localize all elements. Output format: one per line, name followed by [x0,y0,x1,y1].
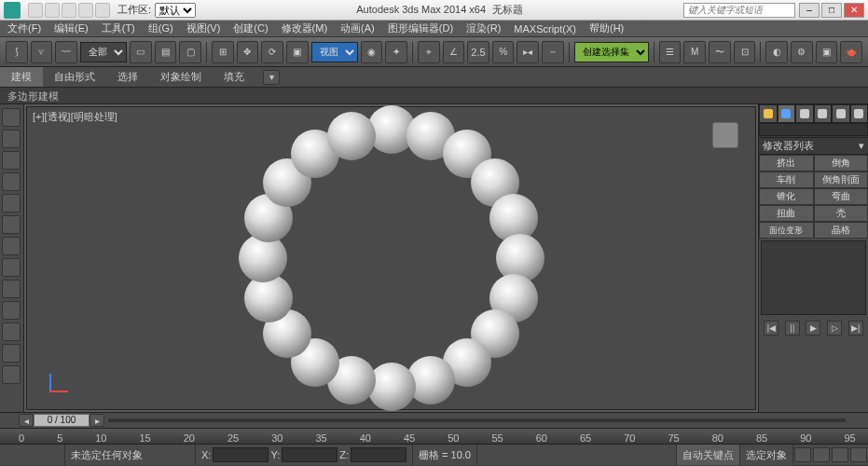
lt-grid-icon[interactable] [2,151,21,170]
lt-tool12-icon[interactable] [2,344,21,363]
mod-taper-button[interactable]: 锥化 [759,188,814,205]
material-editor-icon[interactable]: ◐ [765,41,788,63]
mod-lattice-button[interactable]: 晶格 [814,222,869,239]
lt-tool4-icon[interactable] [2,172,21,191]
tab-motion-icon[interactable] [814,104,833,123]
app-icon[interactable] [4,2,21,19]
coord-z-input[interactable] [351,447,406,462]
manipulate-icon[interactable]: ✦ [385,41,407,63]
tab-create-icon[interactable] [759,104,778,123]
timeslider-right-icon[interactable]: ▸ [90,414,104,427]
time-slider-handle[interactable]: 0 / 100 [34,414,90,427]
graph-icon[interactable]: M [683,41,706,63]
time-slider-track[interactable] [108,418,846,422]
angle-snap-icon[interactable]: ∠ [443,41,465,63]
play-play-button[interactable]: ▶ [806,321,820,336]
coord-x-input[interactable] [213,447,269,462]
lt-tool10-icon[interactable] [2,301,21,320]
rotate-icon[interactable]: ⟳ [261,41,283,63]
viewcube-icon[interactable] [712,122,738,148]
lt-brush-icon[interactable] [2,130,21,148]
refcoord-dropdown[interactable]: 视图 [311,42,358,62]
ribbon-tab-freeform[interactable]: 自由形式 [43,67,106,87]
time-slider[interactable]: ◂ 0 / 100 ▸ [0,413,868,428]
tab-modify-icon[interactable] [778,104,796,123]
menu-views[interactable]: 视图(V) [186,21,221,35]
ribbon-tab-objpaint[interactable]: 对象绘制 [149,67,213,87]
ribbon-tab-populate[interactable]: 填充 [213,67,255,87]
nav-btn2-icon[interactable] [813,447,830,462]
mod-bevel-button[interactable]: 倒角 [814,155,869,171]
viewport-label[interactable]: [+][透视][明暗处理] [33,110,117,124]
workspace-dropdown[interactable]: 默认 [155,3,196,18]
bead-sphere[interactable] [327,112,376,160]
play-end-button[interactable]: ▶| [848,321,863,336]
maximize-button[interactable]: □ [821,3,842,18]
undo-icon[interactable] [78,3,93,18]
close-button[interactable]: ✕ [844,3,864,18]
coord-y-input[interactable] [282,447,338,462]
ribbon-tab-modeling[interactable]: 建模 [0,67,43,87]
curve-editor-icon[interactable]: 〜 [709,41,731,63]
menu-group[interactable]: 组(G) [148,21,173,35]
nav-btn3-icon[interactable] [832,447,848,462]
pivot-icon[interactable]: ◉ [361,41,383,63]
menu-modifiers[interactable]: 修改器(M) [282,21,328,35]
open-icon[interactable] [45,3,60,18]
lt-tool13-icon[interactable] [2,365,21,384]
lt-tool9-icon[interactable] [2,280,21,298]
mod-bend-button[interactable]: 弯曲 [814,188,869,205]
menu-tools[interactable]: 工具(T) [102,21,135,35]
selection-filter-dropdown[interactable]: 全部 [80,42,127,62]
tab-utilities-icon[interactable] [850,104,869,123]
ribbon-collapse-icon[interactable]: ▾ [263,70,280,85]
modifier-stack[interactable] [761,240,866,315]
mirror-icon[interactable]: ▸◂ [517,41,539,63]
named-selection-dropdown[interactable]: 创建选择集 [574,42,649,62]
layer-icon[interactable]: ☰ [659,41,682,63]
align-icon[interactable]: ⎓ [542,41,564,63]
tab-hierarchy-icon[interactable] [795,104,814,123]
select-name-icon[interactable]: ▤ [155,41,177,63]
menu-help[interactable]: 帮助(H) [589,21,624,35]
ribbon-tab-select[interactable]: 选择 [106,67,149,87]
lt-tool11-icon[interactable] [2,322,21,341]
move-icon[interactable]: ✥ [237,41,259,63]
mod-shell-button[interactable]: 壳 [814,205,869,222]
modifier-list-dropdown[interactable]: 修改器列表▾ [759,138,868,155]
menu-edit[interactable]: 编辑(E) [54,21,89,35]
mod-twist-button[interactable]: 扭曲 [759,205,814,222]
lt-tool8-icon[interactable] [2,258,21,277]
percent-snap-icon[interactable]: % [492,41,515,63]
object-name-input[interactable] [759,123,868,136]
unlink-icon[interactable]: ⟇ [31,41,53,63]
lt-tool6-icon[interactable] [2,215,21,234]
schematic-icon[interactable]: ⊡ [734,41,756,63]
spinner-snap-icon[interactable]: 2.5 [467,41,489,63]
window-crossing-icon[interactable]: ⊞ [212,41,234,63]
redo-icon[interactable] [95,3,110,18]
play-step-button[interactable]: ▷ [827,321,842,336]
snap-icon[interactable]: ⌖ [418,41,440,63]
timeline-ruler[interactable]: 0510152025303540455055606570758085909510… [0,428,868,445]
menu-grapheditors[interactable]: 图形编辑器(D) [388,21,453,35]
lt-tool7-icon[interactable] [2,237,21,255]
mod-extrude-button[interactable]: 挤出 [759,155,814,171]
bind-spacewarp-icon[interactable]: 〰 [55,41,77,63]
select-region-icon[interactable]: ▢ [179,41,201,63]
save-icon[interactable] [62,3,76,18]
lt-teapot-icon[interactable] [2,108,21,127]
play-start-button[interactable]: |◀ [764,321,778,336]
menu-anim[interactable]: 动画(A) [340,21,375,35]
mod-patchdef-button[interactable]: 面位变形 (WSM) [759,222,814,239]
menu-render[interactable]: 渲染(R) [466,21,501,35]
menu-file[interactable]: 文件(F) [7,21,41,35]
viewport-perspective[interactable]: [+][透视][明暗处理] [26,106,756,410]
nav-btn1-icon[interactable] [794,447,811,462]
render-setup-icon[interactable]: ⚙ [791,41,813,63]
mod-lathe-button[interactable]: 车削 [759,171,814,188]
scale-icon[interactable]: ▣ [286,41,309,63]
new-icon[interactable] [28,3,43,18]
minimize-button[interactable]: – [799,3,820,18]
render-frame-icon[interactable]: ▣ [816,41,838,63]
